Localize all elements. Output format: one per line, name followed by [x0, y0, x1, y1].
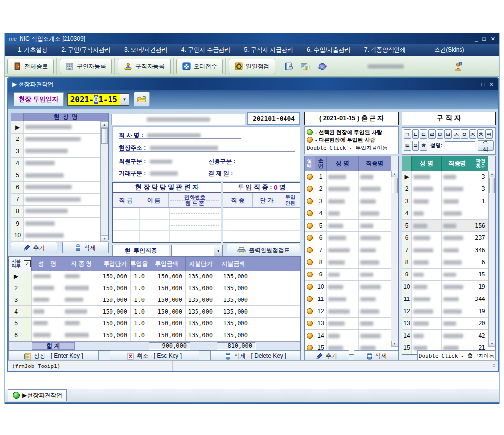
attendance-row[interactable]: 6	[305, 232, 391, 244]
site-scrollbar[interactable]: ▲ ▼	[100, 121, 108, 242]
jobseeker-row[interactable]: 8 6	[402, 256, 488, 269]
jobseeker-row[interactable]: 14 42	[402, 330, 488, 342]
attendance-row[interactable]: 10	[305, 281, 391, 293]
attendance-row[interactable]: 2	[305, 183, 391, 195]
consonant-key[interactable]: ㅅ	[453, 129, 460, 139]
current-job-combo[interactable]: ▼	[171, 245, 223, 256]
jobseeker-row[interactable]: 9 15	[402, 269, 488, 281]
taskbar-tab-dispatch[interactable]: ▶현장파견작업	[8, 389, 67, 401]
paid-checkbox-cell[interactable]	[23, 271, 32, 282]
site-row[interactable]: 2	[11, 134, 100, 146]
scroll-up-icon[interactable]: ▲	[101, 121, 108, 128]
inner-minimize-button[interactable]: _	[473, 81, 476, 88]
paid-checkbox-cell[interactable]	[23, 306, 32, 317]
daily-check-button[interactable]: 일일점검	[229, 59, 275, 74]
menu-item-skins[interactable]: 스킨(Skins)	[427, 46, 471, 54]
input-date-field[interactable]: 2021-01-15 ▼	[67, 93, 129, 106]
scroll-up-icon[interactable]: ▲	[489, 171, 495, 177]
order-receive-button[interactable]: 오더접수	[176, 59, 223, 74]
pay-row[interactable]: 2 150,000 1.0 150,000 135,000 135,000	[9, 282, 300, 294]
menu-item[interactable]: 1. 기초설정	[11, 46, 54, 53]
jobseeker-row[interactable]: 4	[402, 207, 488, 220]
site-row[interactable]: 5	[11, 169, 100, 182]
web-button[interactable]	[315, 59, 329, 74]
site-row[interactable]: 3	[11, 145, 100, 158]
scroll-thumb[interactable]	[392, 178, 398, 193]
consonant-key[interactable]: ㄷ	[420, 129, 427, 139]
pay-row[interactable]: 6 150,000 1.0 150,000 135,000 135,000	[9, 329, 300, 341]
consonant-key[interactable]: ㄴ	[412, 129, 419, 139]
attendance-row[interactable]: 11	[305, 293, 391, 305]
scroll-thumb[interactable]	[101, 128, 108, 144]
date-dropdown-button[interactable]: ▼	[120, 94, 129, 105]
consonant-key[interactable]: ㄱ	[404, 129, 411, 139]
attendance-row[interactable]: 8	[305, 256, 391, 269]
attendance-row[interactable]: 14	[305, 330, 391, 342]
site-row[interactable]: 10	[11, 229, 100, 242]
paid-checkbox-cell[interactable]	[23, 282, 32, 294]
scroll-down-icon[interactable]: ▼	[489, 341, 495, 347]
jobseeker-scrollbar[interactable]: ▲ ▼	[488, 171, 495, 347]
exit-all-button[interactable]: 전체종료	[7, 59, 54, 74]
pay-row[interactable]: 4 150,000 1.0 150,000 135,000 135,000	[9, 306, 300, 318]
attendance-row[interactable]: 12	[305, 305, 391, 318]
jobseeker-row[interactable]: 2 3	[402, 183, 488, 195]
site-row[interactable]: 4	[11, 158, 100, 170]
site-row[interactable]: 6	[11, 182, 100, 194]
minimize-button[interactable]: _	[475, 36, 478, 42]
pay-row[interactable]: 5 150,000 1.0 150,000 135,000 135,000	[9, 318, 300, 329]
consonant-key[interactable]: ㅈ	[469, 129, 477, 139]
attendance-row[interactable]: 1	[305, 171, 391, 183]
site-add-button[interactable]: 추가	[11, 242, 57, 253]
maximize-button[interactable]: □	[482, 36, 486, 42]
paid-checkbox-cell[interactable]	[23, 294, 32, 305]
pay-row[interactable]: 3 150,000 1.0 150,000 135,000 135,000	[9, 294, 300, 306]
consonant-key[interactable]: ㅍ	[412, 141, 419, 151]
attendance-row[interactable]: 9	[305, 269, 391, 281]
inner-maximize-button[interactable]: □	[481, 81, 484, 88]
paid-checkbox-cell[interactable]	[23, 329, 32, 341]
site-delete-button[interactable]: 삭제	[62, 242, 109, 253]
chevron-down-icon[interactable]: ▼	[214, 245, 222, 256]
attendance-row[interactable]: 5	[305, 220, 391, 232]
consonant-key[interactable]: ㅁ	[437, 129, 444, 139]
jobseeker-row[interactable]: 12 19	[402, 305, 488, 318]
attendance-row[interactable]: 4	[305, 207, 391, 220]
menu-item[interactable]: 3. 오더/파견관리	[117, 46, 175, 53]
jobseeker-row[interactable]: 10 19	[402, 281, 488, 293]
employer-register-button[interactable]: 구인자등록	[60, 59, 112, 74]
consonant-key[interactable]: ㅋ	[485, 129, 493, 139]
attendance-row[interactable]: 13	[305, 318, 391, 330]
attendance-scrollbar[interactable]: ▲ ▼	[391, 171, 398, 347]
inner-close-button[interactable]: ✕	[489, 81, 494, 88]
menu-item[interactable]: 7. 각종양식인쇄	[357, 46, 413, 53]
site-row[interactable]: 7	[11, 194, 100, 206]
consonant-key[interactable]: ㅎ	[420, 141, 427, 151]
site-row[interactable]: ▶	[11, 121, 100, 134]
user-button[interactable]	[451, 59, 465, 74]
jobseeker-register-button[interactable]: 구직자등록	[118, 59, 171, 74]
scroll-down-icon[interactable]: ▼	[391, 341, 398, 347]
attendance-row[interactable]: 7	[305, 244, 391, 256]
menu-item[interactable]: 4. 구인자 수금관리	[175, 46, 238, 53]
menu-item[interactable]: 2. 구인/구직자관리	[54, 46, 117, 53]
name-search-input[interactable]	[445, 141, 475, 150]
scroll-up-icon[interactable]: ▲	[391, 171, 398, 177]
scroll-down-icon[interactable]: ▼	[101, 235, 108, 242]
site-row[interactable]: 8	[11, 206, 100, 218]
paid-checkbox-header[interactable]: ✓	[23, 257, 32, 271]
consonant-key[interactable]: ㅌ	[404, 141, 411, 151]
jobseeker-row[interactable]: 11 344	[402, 293, 488, 305]
consonant-key[interactable]: ㅂ	[444, 129, 452, 139]
menu-item[interactable]: 5. 구직자 지급관리	[237, 46, 300, 53]
jobseeker-row[interactable]: 3 1	[402, 195, 488, 207]
photos-button[interactable]	[298, 59, 313, 74]
jobseeker-row[interactable]: 13 20	[402, 318, 488, 330]
jobseeker-row[interactable]: 5 156	[402, 220, 488, 232]
consonant-key[interactable]: ㄹ	[428, 129, 436, 139]
paid-checkbox-cell[interactable]	[23, 318, 32, 329]
site-row[interactable]: 9	[11, 218, 100, 230]
manual-book-button[interactable]	[282, 59, 296, 74]
consonant-key[interactable]: ㅊ	[477, 129, 484, 139]
menu-item[interactable]: 6. 수입/지출관리	[300, 46, 357, 53]
